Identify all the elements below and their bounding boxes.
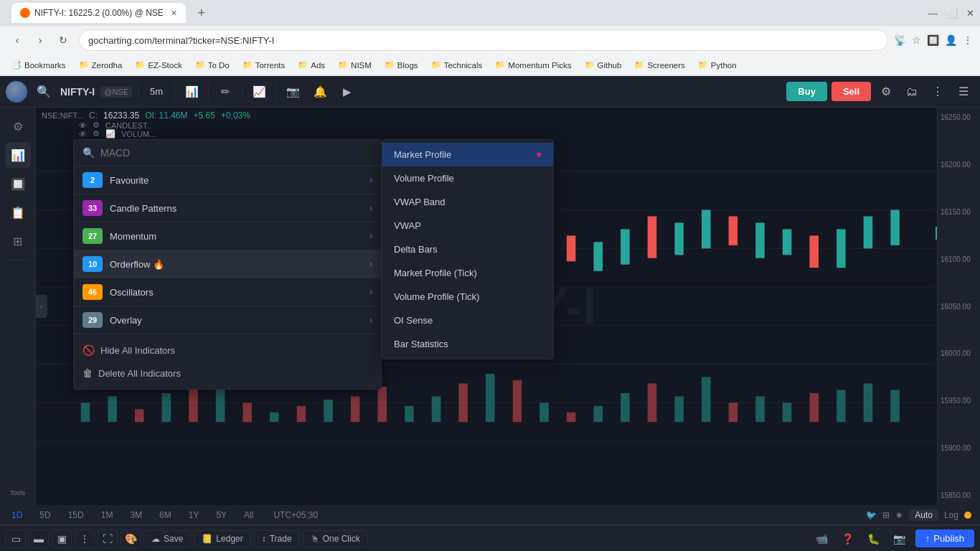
sidebar-icon-notes[interactable]: 📋	[5, 199, 31, 225]
buy-button[interactable]: Buy	[786, 82, 827, 101]
chart-area[interactable]: NSE:NIFT... C: 16233.35 OI: 11.46M +5.65…	[36, 108, 980, 505]
help-icon[interactable]: ❓	[838, 529, 858, 549]
alert-icon[interactable]: 🔔	[309, 81, 331, 103]
log-scale-button[interactable]: Log	[944, 510, 958, 520]
sidebar-icon-layout[interactable]: 🔲	[5, 171, 31, 197]
submenu-item-volume-profile[interactable]: Volume Profile	[382, 166, 553, 190]
menu-button[interactable]: ☰	[953, 81, 974, 103]
bookmark-star-icon[interactable]: ☆	[912, 34, 921, 46]
bookmark-item-momentum[interactable]: 📁 Momentum Picks	[489, 59, 577, 71]
chart-type-button[interactable]: 📊	[181, 81, 202, 103]
more-options-button[interactable]: ⋮	[927, 81, 948, 103]
symbol-search-icon[interactable]: 🔍	[33, 81, 55, 103]
bookmark-item-zerodha[interactable]: 📁 Zerodha	[73, 59, 128, 71]
timeframe-selector[interactable]: 5m	[144, 83, 169, 100]
bookmark-item-torrents[interactable]: 📁 Torrents	[237, 59, 291, 71]
submenu-item-vwap-band[interactable]: VWAP Band	[382, 190, 553, 214]
ezstock-folder-icon: 📁	[135, 60, 145, 70]
bookmark-item-ezstock[interactable]: 📁 EZ-Stock	[129, 59, 187, 71]
tab-close-button[interactable]: ✕	[171, 9, 177, 18]
bookmark-item-screeners[interactable]: 📁 Screeners	[628, 59, 690, 71]
period-15d[interactable]: 15D	[65, 509, 87, 522]
submenu-item-delta-bars[interactable]: Delta Bars	[382, 237, 553, 261]
period-5y[interactable]: 5Y	[213, 509, 230, 522]
fullscreen-button[interactable]: ⛶	[98, 529, 118, 548]
browser-tab-active[interactable]: NIFTY-I: 16225.2 (0.00%) @ NSE ✕	[11, 3, 186, 23]
bookmark-item-ads[interactable]: 📁 Ads	[292, 59, 331, 71]
period-3m[interactable]: 3M	[127, 509, 145, 522]
sidebar-icon-settings[interactable]: ⚙	[5, 113, 31, 139]
ledger-button[interactable]: 📒 Ledger	[194, 530, 250, 547]
forward-button[interactable]: ›	[30, 30, 50, 50]
theme-color-button[interactable]: 🎨	[121, 529, 141, 548]
reload-button[interactable]: ↻	[53, 30, 73, 50]
bookmark-item-github[interactable]: 📁 Github	[579, 59, 628, 71]
record-video-icon[interactable]: 📹	[812, 529, 832, 549]
publish-button[interactable]: ↑ Publish	[915, 529, 974, 547]
svg-rect-31	[702, 210, 711, 249]
bookmark-item-python[interactable]: 📁 Python	[692, 59, 743, 71]
auto-scale-button[interactable]: Auto	[909, 509, 938, 521]
category-candle-patterns[interactable]: 33 Candle Patterns ›	[74, 194, 381, 222]
delete-all-indicators-action[interactable]: 🗑 Delete All Indicators	[74, 362, 381, 385]
replay-icon[interactable]: ▶	[336, 81, 358, 103]
period-1m[interactable]: 1M	[98, 509, 116, 522]
twitter-share-icon[interactable]: 🐦	[866, 510, 877, 520]
bug-report-icon[interactable]: 🐛	[864, 529, 884, 549]
period-5d[interactable]: 5D	[37, 509, 53, 522]
cast-icon[interactable]: 📡	[894, 34, 906, 46]
user-avatar[interactable]	[6, 81, 27, 103]
submenu-item-market-profile-tick[interactable]: Market Profile (Tick)	[382, 261, 553, 285]
category-favourite[interactable]: 2 Favourite ›	[74, 166, 381, 194]
layout-icon[interactable]: ⊞	[882, 510, 890, 520]
back-button[interactable]: ‹	[7, 30, 27, 50]
submenu-item-volume-profile-tick[interactable]: Volume Profile (Tick)	[382, 285, 553, 309]
bookmark-item-blogs[interactable]: 📁 Blogs	[379, 59, 424, 71]
submenu-item-bar-statistics[interactable]: Bar Statistics	[382, 332, 553, 356]
sidebar-icon-grid[interactable]: ⊞	[5, 228, 31, 254]
submenu-item-oi-sense[interactable]: OI Sense	[382, 309, 553, 332]
period-6m[interactable]: 6M	[156, 509, 174, 522]
period-1y[interactable]: 1Y	[186, 509, 202, 522]
address-bar[interactable]: gocharting.com/terminal?ticker=NSE:NIFTY…	[79, 29, 888, 51]
layers-icon[interactable]: 🗂	[901, 81, 923, 103]
one-click-button[interactable]: 🖱 One Click	[303, 530, 368, 547]
layout-btn-2[interactable]: ▬	[29, 529, 49, 548]
more-options-icon[interactable]: ⋮	[963, 34, 973, 46]
sidebar-icon-indicators[interactable]: 📊	[5, 142, 31, 168]
drawing-tool-button[interactable]: ✏	[215, 81, 236, 103]
bookmark-item-todo[interactable]: 📁 To Do	[189, 59, 235, 71]
category-momentum[interactable]: 27 Momentum ›	[74, 222, 381, 250]
layout-btn-3[interactable]: ▣	[52, 529, 72, 548]
submenu-item-vwap[interactable]: VWAP	[382, 214, 553, 237]
collapse-panel-arrow[interactable]: ‹	[36, 295, 47, 318]
layout-btn-1[interactable]: ▭	[6, 529, 26, 548]
category-oscillators[interactable]: 46 Oscillators ›	[74, 278, 381, 306]
settings-gear-icon[interactable]: ⚙	[875, 81, 897, 103]
trade-button[interactable]: ↕ Trade	[254, 530, 300, 547]
close-window-button[interactable]: ✕	[966, 8, 974, 19]
star-icon[interactable]: ★	[895, 510, 903, 520]
layout-btn-more[interactable]: ⋮	[75, 529, 95, 548]
period-1d[interactable]: 1D	[9, 509, 25, 522]
hide-all-indicators-action[interactable]: 🚫 Hide All Indicators	[74, 339, 381, 362]
indicator-button[interactable]: 📈	[248, 81, 270, 103]
profile-icon[interactable]: 👤	[945, 34, 957, 46]
instagram-icon[interactable]: 📷	[282, 81, 303, 103]
new-tab-button[interactable]: +	[192, 3, 212, 23]
indicator-search-input[interactable]	[100, 147, 372, 159]
symbol-label[interactable]: NIFTY-I	[60, 86, 95, 98]
minimize-button[interactable]: —	[928, 8, 938, 19]
webcam-icon[interactable]: 📷	[890, 529, 910, 549]
bookmark-item-nism[interactable]: 📁 NISM	[332, 59, 377, 71]
save-button[interactable]: ☁ Save	[143, 530, 191, 547]
period-all[interactable]: All	[241, 509, 256, 522]
submenu-item-market-profile[interactable]: Market Profile ♥	[382, 143, 553, 166]
category-overlay[interactable]: 29 Overlay ›	[74, 306, 381, 334]
bookmark-item-bookmarks[interactable]: 📑 Bookmarks	[6, 59, 72, 71]
sell-button[interactable]: Sell	[831, 82, 871, 101]
extension-icon[interactable]: 🔲	[927, 34, 939, 46]
maximize-button[interactable]: ⬜	[946, 8, 958, 19]
bookmark-item-technicals[interactable]: 📁 Technicals	[425, 59, 489, 71]
category-orderflow[interactable]: 10 Orderflow 🔥 ›	[74, 250, 381, 278]
